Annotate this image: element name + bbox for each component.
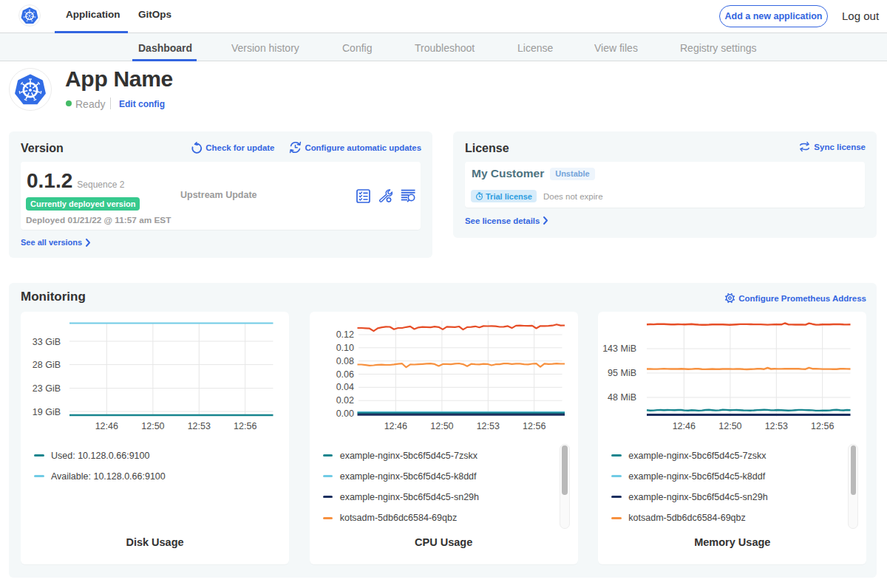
svg-text:12:46: 12:46	[384, 421, 407, 431]
svg-text:12:56: 12:56	[234, 421, 256, 431]
svg-text:12:56: 12:56	[811, 421, 834, 431]
svg-text:12:53: 12:53	[476, 421, 499, 431]
svg-text:12:50: 12:50	[430, 421, 453, 431]
svg-text:0.06: 0.06	[336, 369, 353, 380]
svg-text:95 MiB: 95 MiB	[608, 368, 636, 378]
svg-text:48 MiB: 48 MiB	[608, 392, 636, 403]
svg-text:12:50: 12:50	[141, 421, 164, 431]
svg-text:0.12: 0.12	[336, 329, 353, 340]
svg-text:0.04: 0.04	[336, 382, 353, 392]
svg-text:12:46: 12:46	[673, 421, 696, 431]
svg-text:0.10: 0.10	[336, 343, 353, 353]
svg-text:12:46: 12:46	[95, 421, 118, 431]
svg-text:12:50: 12:50	[719, 421, 742, 431]
svg-text:12:53: 12:53	[765, 421, 788, 431]
svg-text:143 MiB: 143 MiB	[602, 343, 636, 354]
svg-text:28 GiB: 28 GiB	[33, 360, 61, 370]
svg-text:0.00: 0.00	[336, 408, 353, 419]
svg-text:33 GiB: 33 GiB	[33, 337, 61, 347]
svg-text:12:53: 12:53	[188, 421, 211, 431]
svg-text:0.02: 0.02	[336, 395, 353, 406]
svg-text:0.08: 0.08	[336, 356, 353, 366]
svg-text:12:56: 12:56	[523, 421, 546, 431]
svg-text:23 GiB: 23 GiB	[33, 383, 61, 394]
svg-text:19 GiB: 19 GiB	[33, 407, 61, 417]
